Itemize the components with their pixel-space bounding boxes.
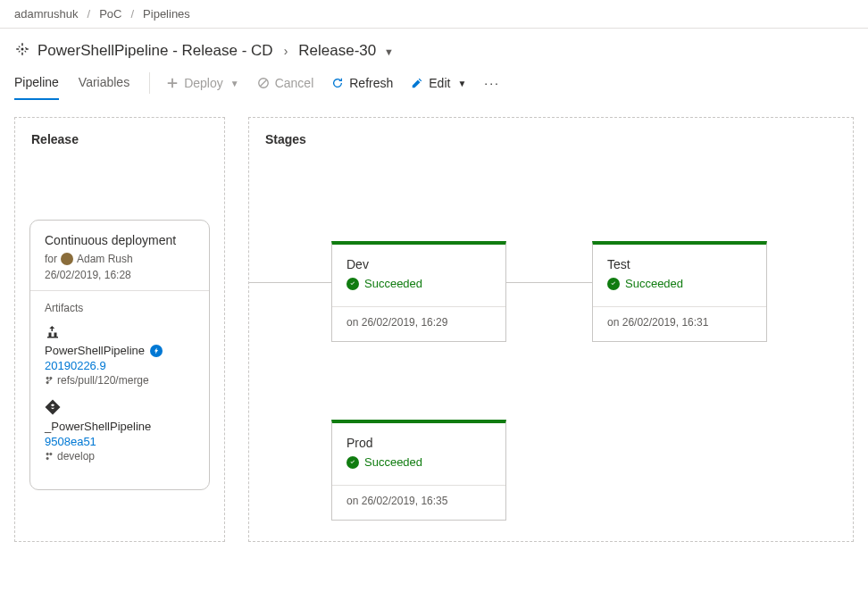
success-icon: [346, 278, 359, 290]
stage-status-label: Succeeded: [364, 455, 422, 469]
svg-point-0: [21, 48, 24, 51]
cancel-label: Cancel: [275, 76, 314, 90]
breadcrumb-project[interactable]: PoC: [99, 7, 121, 21]
stages-panel: Stages Dev Succeeded on 26/02/2019, 16:2: [248, 117, 854, 542]
breadcrumb-section[interactable]: Pipelines: [143, 7, 190, 21]
more-actions-button[interactable]: ···: [475, 71, 509, 96]
stage-name: Prod: [346, 436, 491, 450]
artifact-version-link[interactable]: 9508ea51: [45, 435, 195, 448]
release-trigger-title: Continuous deployment: [45, 233, 195, 247]
release-card[interactable]: Continuous deployment for Adam Rush 26/0…: [29, 220, 210, 490]
stages-panel-title: Stages: [249, 118, 853, 157]
refresh-icon: [331, 77, 344, 89]
stage-card-dev[interactable]: Dev Succeeded on 26/02/2019, 16:29: [331, 241, 506, 342]
cancel-button[interactable]: Cancel: [248, 71, 323, 96]
stage-name: Test: [607, 257, 752, 271]
release-canvas: Release Continuous deployment for Adam R…: [0, 103, 868, 556]
for-label: for: [45, 253, 57, 265]
breadcrumb-sep: /: [88, 7, 91, 21]
release-panel: Release Continuous deployment for Adam R…: [14, 117, 225, 542]
pencil-icon: [411, 77, 423, 89]
on-prefix: on: [346, 495, 358, 507]
stage-timestamp: 26/02/2019, 16:29: [362, 316, 448, 329]
stage-card-prod[interactable]: Prod Succeeded on 26/02/2019, 16:35: [331, 420, 506, 521]
breadcrumb-sep: /: [130, 7, 134, 21]
plus-icon: [166, 77, 179, 89]
artifact-name: PowerShellPipeline: [45, 344, 145, 357]
svg-line-2: [260, 80, 266, 87]
tab-pipeline[interactable]: Pipeline: [14, 66, 59, 100]
release-date: 26/02/2019, 16:28: [45, 269, 195, 281]
edit-label: Edit: [429, 76, 450, 90]
release-name-dropdown[interactable]: Release-30 ▼: [298, 42, 397, 60]
artifacts-label: Artifacts: [45, 302, 195, 314]
svg-rect-3: [46, 400, 61, 415]
on-prefix: on: [346, 316, 358, 329]
tab-variables[interactable]: Variables: [79, 66, 129, 100]
artifact-branch: refs/pull/120/merge: [57, 374, 149, 387]
pipeline-name: PowerShellPipeline - Release - CD: [38, 42, 273, 60]
deploy-label: Deploy: [184, 76, 223, 90]
artifact-name: _PowerShellPipeline: [45, 420, 151, 433]
tab-bar: Pipeline Variables Deploy ▼ Cancel Refre…: [0, 63, 868, 103]
release-name-label: Release-30: [298, 42, 376, 59]
repo-artifact-icon: [45, 404, 61, 418]
refresh-label: Refresh: [349, 76, 393, 90]
connector: [249, 282, 331, 283]
trigger-badge-icon: [150, 345, 163, 357]
artifact-item[interactable]: PowerShellPipeline 20190226.9 refs/pull/…: [45, 323, 195, 387]
release-pipeline-icon: [14, 41, 30, 60]
success-icon: [607, 278, 620, 290]
chevron-down-icon: ▼: [384, 46, 394, 57]
chevron-right-icon: ›: [284, 44, 288, 58]
refresh-button[interactable]: Refresh: [322, 71, 402, 96]
stage-card-test[interactable]: Test Succeeded on 26/02/2019, 16:31: [592, 241, 767, 342]
artifact-branch: develop: [57, 450, 95, 462]
release-panel-title: Release: [15, 118, 224, 157]
branch-icon: [45, 452, 54, 461]
edit-button[interactable]: Edit ▼: [402, 71, 475, 96]
chevron-down-icon: ▼: [457, 79, 466, 88]
cancel-icon: [257, 77, 270, 89]
stage-timestamp: 26/02/2019, 16:31: [622, 316, 709, 329]
artifact-version-link[interactable]: 20190226.9: [45, 359, 195, 372]
deploy-button[interactable]: Deploy ▼: [157, 71, 248, 96]
success-icon: [346, 456, 359, 469]
chevron-down-icon: ▼: [230, 79, 239, 88]
release-header: PowerShellPipeline - Release - CD › Rele…: [0, 28, 868, 63]
build-artifact-icon: [45, 328, 61, 342]
stage-status-label: Succeeded: [364, 277, 422, 290]
breadcrumb-org[interactable]: adamrushuk: [14, 7, 79, 21]
avatar: [61, 253, 73, 265]
on-prefix: on: [607, 316, 619, 329]
divider: [149, 72, 150, 94]
stage-timestamp: 26/02/2019, 16:35: [362, 495, 448, 507]
artifact-item[interactable]: _PowerShellPipeline 9508ea51 develop: [45, 399, 195, 462]
branch-icon: [45, 376, 54, 385]
connector: [506, 282, 592, 283]
breadcrumb: adamrushuk / PoC / Pipelines: [0, 0, 868, 28]
release-user: Adam Rush: [77, 253, 133, 265]
stage-status-label: Succeeded: [625, 277, 683, 290]
stage-name: Dev: [346, 257, 491, 271]
